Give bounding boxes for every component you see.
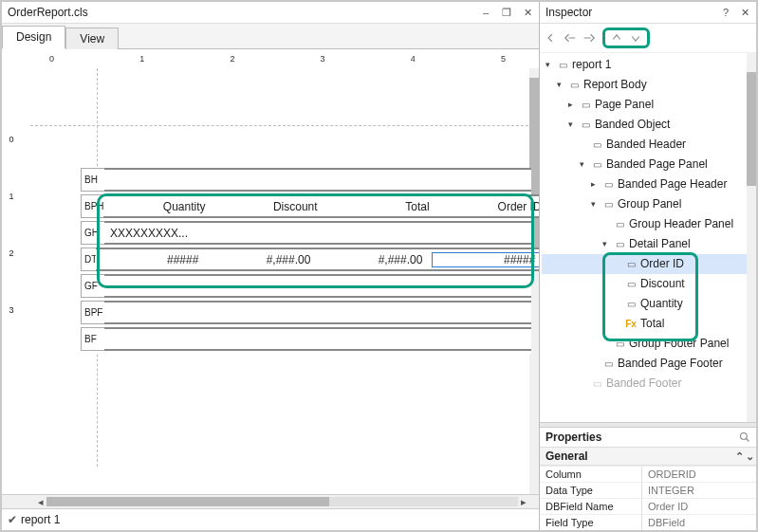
twisty-closed-icon[interactable]: ▸ bbox=[564, 95, 576, 115]
nav-back-icon[interactable] bbox=[545, 32, 557, 44]
tree-label: Order ID bbox=[640, 254, 684, 274]
scroll-thumb[interactable] bbox=[747, 72, 756, 186]
tree-row-bandedpagefooter[interactable]: ▭ Banded Page Footer bbox=[542, 354, 752, 374]
property-row[interactable]: Column ORDERID bbox=[540, 466, 756, 482]
property-row[interactable]: DBField Name Order ID bbox=[540, 498, 756, 514]
group-header-field[interactable]: XXXXXXXXX... bbox=[104, 227, 531, 240]
close-icon[interactable]: ✕ bbox=[522, 7, 533, 18]
col-header-quantity[interactable]: Quantity bbox=[103, 200, 215, 213]
nav-next-icon[interactable] bbox=[583, 32, 595, 44]
twisty-open-icon[interactable]: ▾ bbox=[542, 55, 553, 75]
document-title: OrderReport.cls bbox=[8, 6, 88, 19]
twisty-open-icon[interactable]: ▾ bbox=[599, 234, 610, 254]
tree-row-field-discount[interactable]: ▭ Discount bbox=[542, 274, 752, 294]
scroll-right-icon[interactable]: ▸ bbox=[518, 496, 529, 507]
tree-label: Report Body bbox=[583, 75, 647, 95]
footer-icon: ▭ bbox=[590, 377, 603, 391]
group-icon: ▭ bbox=[601, 198, 615, 211]
help-icon[interactable]: ? bbox=[720, 7, 731, 18]
band-bph[interactable]: BPH Quantity Discount Total Order ID bbox=[81, 194, 531, 221]
band-bh[interactable]: BH bbox=[81, 168, 531, 194]
move-down-icon[interactable] bbox=[630, 32, 641, 44]
tree-row-field-orderid[interactable]: ▭ Order ID bbox=[542, 254, 752, 274]
tree-label: Group Header Panel bbox=[629, 214, 733, 234]
inspector-title-bar: Inspector ? ✕ bbox=[540, 2, 756, 24]
tree-label: Banded Header bbox=[606, 135, 686, 155]
band-gh[interactable]: GH XXXXXXXXX... bbox=[81, 221, 531, 248]
twisty-open-icon[interactable]: ▾ bbox=[587, 194, 599, 214]
tree-row-detailpanel[interactable]: ▾ ▭ Detail Panel bbox=[542, 234, 752, 254]
tree-label: Total bbox=[640, 314, 664, 334]
scroll-left-icon[interactable]: ◂ bbox=[35, 496, 46, 507]
ruler-tick: 5 bbox=[501, 54, 506, 64]
dt-cell-orderid[interactable]: ##### bbox=[432, 252, 539, 267]
nav-prev-icon[interactable] bbox=[564, 32, 576, 44]
tab-view[interactable]: View bbox=[65, 28, 119, 49]
tree-row-bandedheader[interactable]: ▭ Banded Header bbox=[542, 135, 752, 155]
tree-row-reportbody[interactable]: ▾ ▭ Report Body bbox=[542, 75, 752, 95]
dt-cell-discount[interactable]: #,###.00 bbox=[208, 253, 320, 266]
tree-row-bandedpageheader[interactable]: ▸ ▭ Banded Page Header bbox=[542, 174, 752, 194]
tree-row-bandedfooter[interactable]: ▭ Banded Footer bbox=[542, 374, 752, 394]
ruler-horizontal: 0 1 2 3 4 5 bbox=[2, 49, 539, 68]
margin-guide-horizontal bbox=[30, 125, 539, 126]
twisty-none bbox=[576, 374, 587, 394]
design-canvas-area[interactable]: 0 1 2 3 BH bbox=[2, 68, 539, 494]
tree-label: Banded Page Header bbox=[618, 174, 727, 194]
tree-row-field-total[interactable]: Fx Total bbox=[542, 314, 752, 334]
tree-row-bandedobject[interactable]: ▾ ▭ Banded Object bbox=[542, 115, 752, 135]
tree-row-field-quantity[interactable]: ▭ Quantity bbox=[542, 294, 752, 314]
tree-label: Page Panel bbox=[595, 95, 654, 115]
tree-row-pagepanel[interactable]: ▸ ▭ Page Panel bbox=[542, 95, 752, 115]
move-up-icon[interactable] bbox=[611, 32, 622, 44]
property-row[interactable]: Field Type DBField bbox=[540, 514, 756, 530]
svg-point-0 bbox=[741, 433, 748, 440]
chevron-updown-icon[interactable]: ⌃⌄ bbox=[739, 450, 750, 462]
band-bf[interactable]: BF bbox=[81, 327, 531, 354]
tree-row-groupheaderpanel[interactable]: ▭ Group Header Panel bbox=[542, 214, 752, 234]
property-value[interactable]: ORDERID bbox=[642, 467, 756, 482]
tree-row-grouppanel[interactable]: ▾ ▭ Group Panel bbox=[542, 194, 752, 214]
property-value[interactable]: DBField bbox=[642, 515, 756, 530]
tree-vertical-scrollbar[interactable] bbox=[747, 53, 756, 422]
search-icon[interactable] bbox=[739, 431, 750, 443]
band-bpf[interactable]: BPF bbox=[81, 301, 531, 327]
editor-tab-strip: Design View bbox=[2, 24, 539, 49]
tab-design[interactable]: Design bbox=[2, 26, 65, 49]
twisty-none bbox=[610, 274, 621, 294]
design-canvas[interactable]: BH BPH Quantity Discount Total Order ID bbox=[30, 68, 524, 467]
restore-icon[interactable]: ❐ bbox=[501, 7, 512, 18]
inspector-tree[interactable]: ▾ ▭ report 1 ▾ ▭ Report Body ▸ ▭ Page Pa… bbox=[540, 53, 756, 422]
scroll-track[interactable] bbox=[46, 497, 518, 506]
dt-cell-total[interactable]: #,###.00 bbox=[320, 253, 432, 266]
scroll-thumb[interactable] bbox=[46, 497, 329, 506]
twisty-open-icon[interactable]: ▾ bbox=[564, 115, 576, 135]
ruler-tick: 1 bbox=[9, 192, 13, 201]
twisty-closed-icon[interactable]: ▸ bbox=[587, 174, 599, 194]
band-dt[interactable]: DT ##### #,###.00 #,###.00 ##### bbox=[81, 248, 531, 274]
property-value[interactable]: Order ID bbox=[642, 499, 756, 514]
band-label-bf: BF bbox=[81, 327, 105, 351]
twisty-open-icon[interactable]: ▾ bbox=[576, 155, 587, 174]
close-icon[interactable]: ✕ bbox=[739, 7, 750, 18]
properties-group-general[interactable]: General ⌃⌄ bbox=[540, 447, 756, 466]
inspector-toolbar bbox=[540, 24, 756, 53]
tree-row-bandedpagepanel[interactable]: ▾ ▭ Banded Page Panel bbox=[542, 155, 752, 174]
dt-cell-quantity[interactable]: ##### bbox=[96, 253, 208, 266]
footer-tab-report[interactable]: report 1 bbox=[21, 513, 60, 526]
detail-icon: ▭ bbox=[613, 238, 626, 251]
col-header-discount[interactable]: Discount bbox=[215, 200, 327, 213]
property-value[interactable]: INTEGER bbox=[642, 483, 756, 498]
band-gf[interactable]: GF bbox=[81, 274, 531, 301]
canvas-horizontal-scrollbar[interactable]: ◂ ▸ bbox=[2, 494, 539, 508]
tree-row-report[interactable]: ▾ ▭ report 1 bbox=[542, 55, 752, 75]
minimize-icon[interactable]: – bbox=[480, 7, 491, 18]
property-row[interactable]: Data Type INTEGER bbox=[540, 482, 756, 498]
tree-label: report 1 bbox=[572, 55, 611, 75]
twisty-none bbox=[587, 354, 599, 374]
twisty-open-icon[interactable]: ▾ bbox=[553, 75, 564, 95]
band-label-gh: GH bbox=[81, 221, 105, 245]
col-header-orderid[interactable]: Order ID bbox=[439, 200, 539, 213]
col-header-total[interactable]: Total bbox=[327, 200, 439, 213]
tree-row-groupfooterpanel[interactable]: ▭ Group Footer Panel bbox=[542, 334, 752, 354]
